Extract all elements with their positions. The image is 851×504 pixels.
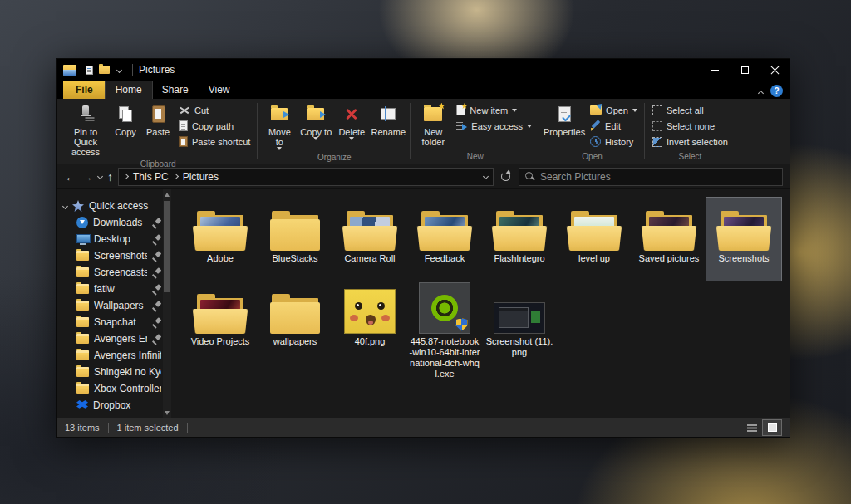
move-to-button[interactable]: Move to (261, 100, 298, 152)
scroll-down-icon[interactable] (165, 411, 170, 415)
thumbnail-view-button[interactable] (763, 420, 781, 435)
invert-selection-button[interactable]: Invert selection (648, 134, 732, 149)
select-all-button[interactable]: Select all (648, 102, 732, 118)
cut-button[interactable]: Cut (175, 102, 254, 118)
rename-button[interactable]: Rename (369, 100, 407, 152)
select-all-icon (652, 105, 662, 115)
address-dropdown-button[interactable] (483, 174, 489, 179)
dropdown-caret-icon (313, 137, 318, 140)
sidebar-item-snapchat[interactable]: Snapchat (57, 314, 171, 330)
file-item-40f-png[interactable]: 40f.png (332, 281, 407, 379)
close-button[interactable] (760, 59, 790, 81)
forward-button[interactable]: → (81, 171, 93, 183)
pin-to-quick-access-button[interactable]: Pin to Quick access (61, 100, 110, 159)
tab-share[interactable]: Share (152, 81, 199, 99)
sidebar-item-label: Screencasts (94, 267, 147, 278)
pin-icon (77, 105, 94, 123)
folder-icon (195, 211, 245, 251)
tab-view[interactable]: View (199, 81, 240, 99)
scroll-up-icon[interactable] (165, 193, 170, 197)
qat-customize-button[interactable] (111, 61, 126, 78)
file-item-camera-roll[interactable]: Camera Roll (332, 198, 407, 281)
file-item-nvidia-installer[interactable]: 445.87-notebook-win10-64bit-internationa… (407, 281, 482, 379)
sidebar-item-xbox-controller[interactable]: Xbox Controller (57, 380, 171, 397)
qat-new-folder-button[interactable] (96, 61, 111, 78)
breadcrumb-this-pc[interactable]: This PC (133, 171, 169, 183)
history-button[interactable]: History (586, 134, 642, 149)
edit-button[interactable]: Edit (586, 118, 642, 134)
refresh-icon (501, 172, 510, 181)
file-item-screenshot-11-png[interactable]: Screenshot (11).png (482, 281, 557, 379)
new-folder-icon (424, 107, 442, 121)
sidebar-item-label: Downloads (93, 217, 147, 228)
sidebar-item-avengers-infinity[interactable]: Avengers Infinity (57, 347, 171, 364)
dropdown-caret-icon (349, 137, 354, 140)
search-input[interactable] (540, 171, 776, 183)
tab-file[interactable]: File (63, 81, 106, 99)
file-item-feedback[interactable]: Feedback (407, 198, 482, 281)
copy-to-button[interactable]: Copy to (298, 100, 334, 152)
refresh-button[interactable] (499, 169, 514, 184)
sidebar-item-dropbox[interactable]: Dropbox (57, 397, 171, 413)
minimize-ribbon-button[interactable] (758, 91, 764, 96)
sidebar-item-label: Avengers Infinity (94, 350, 161, 361)
maximize-button[interactable] (730, 59, 760, 81)
file-item-level-up[interactable]: level up (557, 198, 632, 281)
history-icon (590, 136, 601, 147)
scrollbar-thumb[interactable] (164, 201, 170, 292)
sidebar-item-screencasts[interactable]: Screencasts (57, 264, 171, 281)
folder-icon (76, 301, 89, 311)
recent-locations-button[interactable] (97, 174, 103, 179)
folder-icon (76, 284, 89, 294)
qat-properties-button[interactable] (81, 61, 96, 78)
sidebar-item-desktop[interactable]: Desktop (57, 231, 171, 247)
search-box[interactable] (519, 168, 783, 186)
sidebar-item-shingeki-no-kyojin[interactable]: Shingeki no Kyoj (57, 364, 171, 380)
sidebar-item-screenshots[interactable]: Screenshots (57, 247, 171, 264)
sidebar-item-downloads[interactable]: Downloads (57, 214, 171, 231)
new-item-button[interactable]: New item (452, 102, 536, 118)
sidebar-item-quick-access[interactable]: Quick access (57, 198, 171, 214)
help-button[interactable] (770, 85, 783, 97)
properties-button[interactable]: Properties (543, 100, 586, 151)
copy-button[interactable]: Copy (110, 100, 141, 159)
group-label-open: Open (543, 151, 642, 164)
minimize-button[interactable] (700, 59, 730, 81)
select-none-button[interactable]: Select none (648, 118, 732, 134)
minimize-icon (711, 70, 719, 71)
breadcrumb-pictures[interactable]: Pictures (183, 171, 219, 183)
back-button[interactable]: ← (65, 171, 76, 183)
file-item-adobe[interactable]: Adobe (183, 198, 258, 281)
move-to-label: Move to (263, 127, 295, 147)
sidebar-item-fatiw[interactable]: fatiw (57, 281, 171, 297)
expand-chevron-icon[interactable] (62, 203, 68, 208)
folder-icon (569, 211, 619, 251)
sidebar-item-wallpapers[interactable]: Wallpapers (57, 297, 171, 314)
file-item-flashintegro[interactable]: FlashIntegro (482, 198, 557, 281)
sidebar-scrollbar[interactable] (163, 189, 171, 418)
nvidia-logo-icon (431, 295, 458, 321)
details-view-button[interactable] (743, 420, 761, 435)
copy-path-button[interactable]: Copy path (175, 118, 254, 134)
easy-access-button[interactable]: Easy access (452, 118, 536, 134)
open-button[interactable]: Open (586, 102, 642, 118)
file-explorer-window: Pictures File Home Share View Pin to Qui… (56, 58, 790, 438)
folder-icon (719, 211, 769, 251)
up-button[interactable]: ↑ (107, 170, 113, 183)
paste-shortcut-button[interactable]: Paste shortcut (175, 134, 254, 149)
paste-button[interactable]: Paste (141, 100, 175, 159)
sidebar-item-avengers-endgame[interactable]: Avengers Endga (57, 330, 171, 347)
file-item-wallpapers[interactable]: wallpapers (258, 281, 332, 379)
file-item-saved-pictures[interactable]: Saved pictures (632, 198, 706, 281)
delete-button[interactable]: Delete (334, 100, 369, 152)
file-item-bluestacks[interactable]: BlueStacks (258, 198, 332, 281)
tab-home[interactable]: Home (106, 81, 152, 99)
file-item-screenshots[interactable]: Screenshots (706, 198, 781, 281)
file-list-area[interactable]: Adobe BlueStacks Camera Roll (171, 189, 790, 418)
new-folder-button[interactable]: New folder (414, 100, 452, 151)
file-name: Saved pictures (639, 253, 700, 264)
file-item-video-projects[interactable]: Video Projects (183, 281, 258, 379)
ribbon: Pin to Quick access Copy Paste Cut (57, 99, 790, 164)
dropdown-caret-icon (277, 147, 282, 150)
file-name: Camera Roll (344, 253, 395, 264)
